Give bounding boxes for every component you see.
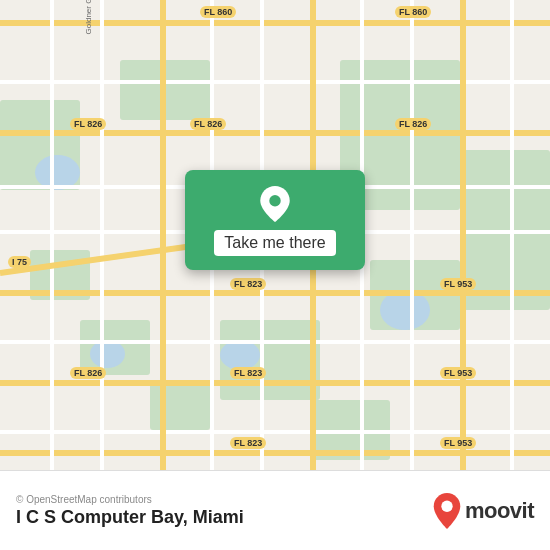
road-label-fl826-3: FL 826 bbox=[70, 118, 106, 130]
road-h-6 bbox=[0, 430, 550, 434]
road-h-823 bbox=[0, 290, 550, 296]
water-area-4 bbox=[380, 290, 430, 330]
road-h-823b bbox=[0, 450, 550, 456]
road-v-1 bbox=[50, 0, 54, 470]
copyright-text: © OpenStreetMap contributors bbox=[16, 494, 244, 505]
moovit-pin-icon bbox=[433, 493, 461, 529]
road-label-fl953-2: FL 953 bbox=[440, 367, 476, 379]
road-label-fl826-4: FL 826 bbox=[70, 367, 106, 379]
water-area-3 bbox=[220, 340, 260, 370]
road-label-fl823-3: FL 823 bbox=[230, 437, 266, 449]
moovit-brand-text: moovit bbox=[465, 498, 534, 524]
road-label-fl860-2: FL 860 bbox=[395, 6, 431, 18]
road-label-fl860-1: FL 860 bbox=[200, 6, 236, 18]
road-label-fl953-3: FL 953 bbox=[440, 437, 476, 449]
road-v-6 bbox=[410, 0, 414, 470]
road-label-i75: I 75 bbox=[8, 256, 31, 268]
map-container: FL 860 FL 860 FL 826 FL 826 FL 826 I 75 … bbox=[0, 0, 550, 470]
park-area-9 bbox=[150, 380, 210, 430]
road-label-fl823-2: FL 823 bbox=[230, 367, 266, 379]
road-h-2 bbox=[0, 80, 550, 84]
road-label-fl826-2: FL 826 bbox=[395, 118, 431, 130]
road-h-1 bbox=[0, 20, 550, 26]
road-h-826 bbox=[0, 130, 550, 136]
svg-point-1 bbox=[441, 500, 452, 511]
bottom-bar: © OpenStreetMap contributors I C S Compu… bbox=[0, 470, 550, 550]
tooltip-card: Take me there bbox=[185, 170, 365, 270]
take-me-there-button[interactable]: Take me there bbox=[214, 230, 335, 256]
water-area-2 bbox=[90, 340, 125, 368]
location-name: I C S Computer Bay, Miami bbox=[16, 507, 244, 528]
moovit-logo: moovit bbox=[433, 493, 534, 529]
road-v-7 bbox=[510, 0, 514, 470]
road-v-826 bbox=[160, 0, 166, 470]
road-label-fl823-1: FL 823 bbox=[230, 278, 266, 290]
road-v-2 bbox=[100, 0, 104, 470]
road-v-953 bbox=[460, 0, 466, 470]
road-label-fl826-top: FL 826 bbox=[190, 118, 226, 130]
road-label-fl953-1: FL 953 bbox=[440, 278, 476, 290]
bottom-left-info: © OpenStreetMap contributors I C S Compu… bbox=[16, 494, 244, 528]
canal-label: Goldner Glades Canal bbox=[84, 0, 93, 35]
svg-point-0 bbox=[269, 195, 280, 206]
road-h-5 bbox=[0, 340, 550, 344]
road-h-826b bbox=[0, 380, 550, 386]
map-pin-icon bbox=[257, 186, 293, 222]
